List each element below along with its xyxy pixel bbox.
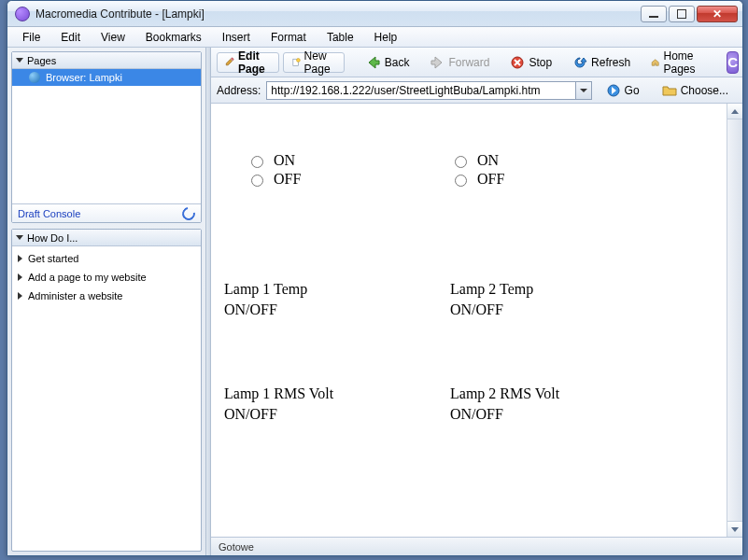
folder-icon bbox=[662, 83, 677, 98]
lamp1-radio-off[interactable]: OFF bbox=[247, 171, 450, 188]
stop-label: Stop bbox=[529, 56, 552, 69]
toolbar: Edit Page New Page Back bbox=[211, 48, 742, 77]
menu-table[interactable]: Table bbox=[318, 29, 363, 46]
radio-label-on: ON bbox=[477, 152, 499, 169]
back-button[interactable]: Back bbox=[358, 52, 418, 73]
pages-item-browser[interactable]: Browser: Lampki bbox=[12, 69, 201, 86]
address-bar: Address: Go Choose. bbox=[211, 77, 742, 104]
lamp1-rms-onoff: ON/OFF bbox=[224, 404, 450, 425]
refresh-button[interactable]: Refresh bbox=[564, 52, 639, 73]
main-area: Pages Browser: Lampki Draft Console bbox=[7, 48, 742, 555]
howdo-panel: How Do I... Get started Add a page to my… bbox=[11, 229, 202, 552]
address-input[interactable] bbox=[267, 82, 574, 99]
go-button[interactable]: Go bbox=[598, 80, 648, 101]
menubar: File Edit View Bookmarks Insert Format T… bbox=[7, 27, 742, 48]
address-combo[interactable] bbox=[266, 81, 591, 100]
radio-input[interactable] bbox=[251, 175, 263, 187]
menu-insert[interactable]: Insert bbox=[213, 29, 260, 46]
scroll-down-button[interactable] bbox=[727, 521, 742, 537]
caret-up-icon bbox=[731, 109, 739, 114]
sidebar: Pages Browser: Lampki Draft Console bbox=[7, 48, 205, 555]
howdo-item-label: Add a page to my website bbox=[28, 272, 147, 283]
browser-viewport: ON OFF ON bbox=[211, 104, 742, 537]
radio-input[interactable] bbox=[455, 156, 467, 168]
minimize-button[interactable] bbox=[641, 6, 667, 22]
lamp1-radio-on[interactable]: ON bbox=[247, 152, 450, 169]
howdo-header[interactable]: How Do I... bbox=[12, 230, 201, 246]
arrow-right-icon bbox=[430, 55, 445, 70]
pencil-icon bbox=[225, 55, 234, 70]
radio-label-off: OFF bbox=[274, 171, 301, 188]
home-pages-label: Home Pages bbox=[664, 49, 702, 76]
maximize-button[interactable] bbox=[669, 6, 695, 22]
new-file-icon bbox=[291, 55, 301, 70]
back-label: Back bbox=[385, 56, 410, 69]
scroll-track[interactable] bbox=[727, 119, 742, 521]
howdo-administer[interactable]: Administer a website bbox=[14, 287, 199, 305]
lamp2-radio-off[interactable]: OFF bbox=[450, 171, 637, 188]
howdo-title: How Do I... bbox=[27, 232, 78, 244]
chevron-right-icon bbox=[18, 255, 22, 262]
go-label: Go bbox=[625, 84, 640, 97]
lamp2-radio-on[interactable]: ON bbox=[450, 152, 637, 169]
content-area: Edit Page New Page Back bbox=[211, 48, 742, 555]
window-buttons bbox=[641, 6, 738, 22]
pages-list: Browser: Lampki bbox=[12, 69, 201, 203]
howdo-get-started[interactable]: Get started bbox=[14, 249, 199, 268]
choose-button[interactable]: Choose... bbox=[654, 80, 737, 101]
contribute-logo-icon: C bbox=[727, 51, 739, 74]
caret-down-icon bbox=[580, 89, 587, 92]
radio-input[interactable] bbox=[455, 175, 467, 187]
menu-file[interactable]: File bbox=[13, 29, 49, 46]
close-button[interactable] bbox=[697, 6, 738, 22]
stop-button[interactable]: Stop bbox=[501, 52, 560, 73]
edit-page-button[interactable]: Edit Page bbox=[217, 52, 279, 73]
menu-edit[interactable]: Edit bbox=[51, 29, 90, 46]
radio-label-off: OFF bbox=[477, 171, 504, 188]
lamp1-rms-label: Lamp 1 RMS Volt bbox=[224, 384, 450, 404]
forward-button[interactable]: Forward bbox=[421, 52, 498, 73]
caret-down-icon bbox=[731, 527, 739, 532]
menu-help[interactable]: Help bbox=[365, 29, 407, 46]
menu-bookmarks[interactable]: Bookmarks bbox=[136, 29, 211, 46]
address-label: Address: bbox=[217, 84, 261, 97]
forward-label: Forward bbox=[448, 56, 489, 69]
lamp1-temp-label: Lamp 1 Temp bbox=[224, 279, 450, 300]
status-text: Gotowe bbox=[219, 541, 254, 553]
address-dropdown-button[interactable] bbox=[575, 82, 591, 99]
vertical-scrollbar[interactable] bbox=[727, 104, 742, 537]
sync-icon bbox=[179, 204, 197, 222]
window-title: Macromedia Contribute - [Lampki] bbox=[35, 7, 205, 21]
radio-input[interactable] bbox=[251, 156, 263, 168]
lamp2-temp-onoff: ON/OFF bbox=[450, 300, 533, 320]
globe-icon bbox=[29, 72, 40, 83]
refresh-label: Refresh bbox=[591, 56, 630, 69]
pages-header[interactable]: Pages bbox=[12, 52, 201, 69]
menu-view[interactable]: View bbox=[92, 29, 134, 46]
app-window: Macromedia Contribute - [Lampki] File Ed… bbox=[7, 0, 743, 556]
choose-label: Choose... bbox=[681, 84, 728, 97]
pages-item-label: Browser: Lampki bbox=[46, 72, 122, 83]
titlebar: Macromedia Contribute - [Lampki] bbox=[7, 1, 742, 27]
howdo-list: Get started Add a page to my website Adm… bbox=[12, 246, 201, 311]
lamp2-rms-onoff: ON/OFF bbox=[450, 404, 559, 425]
caret-down-icon bbox=[16, 58, 23, 63]
menu-format[interactable]: Format bbox=[261, 29, 316, 46]
radio-label-on: ON bbox=[274, 152, 295, 169]
app-icon bbox=[15, 7, 30, 21]
draft-console-button[interactable]: Draft Console bbox=[12, 203, 201, 222]
howdo-add-page[interactable]: Add a page to my website bbox=[14, 268, 199, 287]
go-icon bbox=[606, 83, 621, 98]
draft-console-label: Draft Console bbox=[18, 208, 80, 219]
lamp2-rms-label: Lamp 2 RMS Volt bbox=[450, 384, 559, 404]
home-pages-button[interactable]: Home Pages bbox=[642, 52, 710, 73]
scroll-up-button[interactable] bbox=[727, 104, 742, 119]
chevron-right-icon bbox=[18, 273, 22, 281]
svg-point-1 bbox=[296, 58, 300, 62]
pages-title: Pages bbox=[27, 55, 56, 66]
chevron-right-icon bbox=[18, 292, 22, 300]
home-icon bbox=[651, 55, 659, 70]
howdo-item-label: Administer a website bbox=[28, 290, 123, 301]
new-page-button[interactable]: New Page bbox=[283, 52, 345, 73]
lamp1-temp-onoff: ON/OFF bbox=[224, 300, 450, 320]
